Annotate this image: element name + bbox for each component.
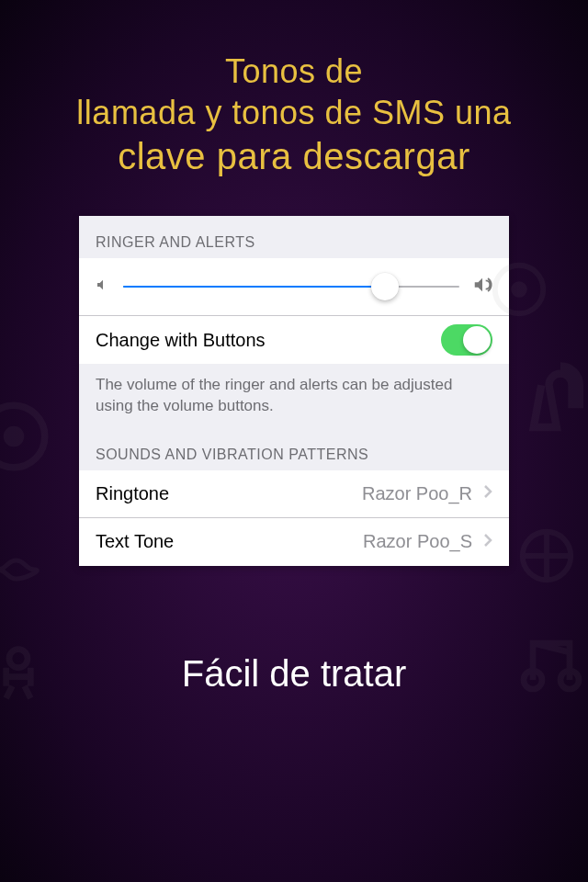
promo-footer: Fácil de tratar [0,653,588,695]
ringer-group: Change with Buttons [79,258,509,364]
volume-slider[interactable] [123,286,459,288]
chevron-right-icon [483,484,492,503]
text-tone-label: Text Tone [96,531,363,552]
sounds-vibration-header: SOUNDS AND VIBRATION PATTERNS [79,428,509,470]
settings-panel: RINGER AND ALERTS Change with Buttons Th… [79,216,509,566]
svg-point-2 [0,405,45,468]
text-tone-value: Razor Poo_S [363,531,472,552]
headline-line1: Tonos de [0,51,588,92]
svg-point-4 [523,532,571,581]
change-with-buttons-row: Change with Buttons [79,316,509,364]
sounds-group: Ringtone Razor Poo_R Text Tone Razor Poo… [79,470,509,566]
promo-headline: Tonos de llamada y tonos de SMS una clav… [0,0,588,179]
svg-point-1 [514,284,525,295]
headline-line2: llamada y tonos de SMS una [0,92,588,133]
speaker-high-icon [472,275,492,299]
headline-line3: clave para descargar [0,133,588,179]
volume-slider-row [79,258,509,316]
ringtone-label: Ringtone [96,483,362,504]
speaker-low-icon [96,277,110,296]
ringtone-row[interactable]: Ringtone Razor Poo_R [79,470,509,518]
ringtone-value: Razor Poo_R [362,483,472,504]
ringer-alerts-header: RINGER AND ALERTS [79,216,509,258]
chevron-right-icon [483,533,492,551]
svg-point-3 [7,430,21,444]
volume-slider-thumb[interactable] [371,273,399,300]
change-with-buttons-label: Change with Buttons [96,330,441,351]
change-with-buttons-toggle[interactable] [441,324,492,356]
ringer-footer-note: The volume of the ringer and alerts can … [79,364,509,428]
text-tone-row[interactable]: Text Tone Razor Poo_S [79,518,509,566]
